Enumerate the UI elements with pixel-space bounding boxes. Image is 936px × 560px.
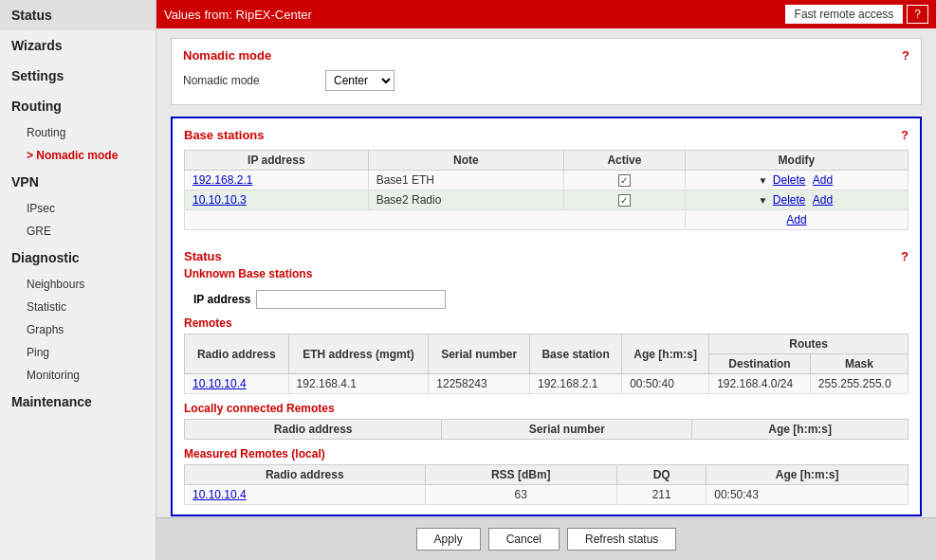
bs-ip[interactable]: 10.10.10.3 bbox=[185, 190, 369, 210]
sidebar-item-routing-sub[interactable]: Routing bbox=[0, 121, 156, 144]
col-mr-dq: DQ bbox=[617, 465, 707, 485]
base-stations-table: IP address Note Active Modify 192.168.2.… bbox=[184, 150, 908, 230]
remotes-label: Remotes bbox=[184, 316, 908, 330]
topbar-title: Values from: RipEX-Center bbox=[164, 8, 312, 22]
bs-modify: ▼ Delete Add bbox=[685, 171, 908, 190]
content-area: Nomadic mode ? Nomadic mode Center Remot… bbox=[156, 28, 936, 517]
apply-button[interactable]: Apply bbox=[416, 528, 481, 551]
col-lc-radio: Radio address bbox=[185, 420, 442, 440]
active-checkbox[interactable]: ✓ bbox=[618, 194, 631, 207]
delete-link[interactable]: Delete bbox=[773, 173, 806, 187]
bs-note: Base2 Radio bbox=[368, 190, 563, 210]
sidebar-item-status[interactable]: Status bbox=[0, 0, 156, 30]
bottom-bar: Apply Cancel Refresh status bbox=[156, 517, 936, 560]
topbar-help-button[interactable]: ? bbox=[907, 5, 928, 24]
refresh-status-button[interactable]: Refresh status bbox=[567, 528, 676, 551]
sidebar-item-statistic[interactable]: Statistic bbox=[0, 296, 156, 318]
col-eth-address: ETH address (mgmt) bbox=[288, 334, 429, 374]
col-age: Age [h:m:s] bbox=[622, 334, 709, 374]
topbar-actions: Fast remote access ? bbox=[785, 5, 928, 24]
col-lc-serial: Serial number bbox=[442, 420, 692, 440]
sidebar: Status Wizards Settings Routing Routing … bbox=[0, 0, 156, 560]
col-ip-address: IP address bbox=[185, 151, 369, 171]
nomadic-mode-select[interactable]: Center Remote bbox=[325, 70, 395, 91]
rem-eth: 192.168.4.1 bbox=[288, 374, 429, 394]
measured-remotes-table: Radio address RSS [dBm] DQ Age [h:m:s] 1… bbox=[184, 464, 908, 505]
rem-dest: 192.168.4.0/24 bbox=[709, 374, 811, 394]
nomadic-mode-row: Nomadic mode Center Remote bbox=[183, 70, 909, 91]
sidebar-item-nomadic-mode[interactable]: Nomadic mode bbox=[0, 144, 156, 167]
col-modify: Modify bbox=[685, 151, 908, 171]
unknown-base-stations-label: Unknown Base stations bbox=[184, 267, 312, 280]
topbar: Values from: RipEX-Center Fast remote ac… bbox=[156, 0, 936, 28]
sidebar-item-settings[interactable]: Settings bbox=[0, 61, 156, 91]
nomadic-mode-title-text: Nomadic mode bbox=[183, 48, 271, 63]
status-sub-title-text: Status bbox=[184, 249, 222, 263]
unknown-base-stations-row: Unknown Base stations bbox=[184, 267, 908, 284]
rem-serial: 12258243 bbox=[429, 374, 530, 394]
sidebar-item-ipsec[interactable]: IPsec bbox=[0, 197, 156, 220]
fast-remote-access-button[interactable]: Fast remote access bbox=[785, 5, 904, 24]
base-stations-section: Base stations ? IP address Note Active M… bbox=[184, 128, 908, 230]
sidebar-item-routing[interactable]: Routing bbox=[0, 91, 156, 121]
table-row: 10.10.10.3 Base2 Radio ✓ ▼ Delete Add bbox=[185, 190, 908, 210]
unknown-ip-input[interactable] bbox=[256, 290, 446, 309]
sidebar-item-diagnostic[interactable]: Diagnostic bbox=[0, 243, 156, 273]
bs-active[interactable]: ✓ bbox=[564, 171, 686, 190]
locally-connected-label: Locally connected Remotes bbox=[184, 402, 908, 415]
bs-modify: ▼ Delete Add bbox=[685, 190, 908, 210]
cancel-button[interactable]: Cancel bbox=[488, 528, 560, 551]
add-link[interactable]: Add bbox=[813, 193, 833, 207]
col-note: Note bbox=[368, 151, 563, 171]
base-stations-title-text: Base stations bbox=[184, 128, 265, 142]
col-mr-radio: Radio address bbox=[185, 465, 426, 485]
nomadic-mode-section: Nomadic mode ? Nomadic mode Center Remot… bbox=[171, 38, 922, 105]
sidebar-item-maintenance[interactable]: Maintenance bbox=[0, 387, 156, 417]
table-row: Add bbox=[185, 210, 908, 230]
sidebar-item-neighbours[interactable]: Neighbours bbox=[0, 273, 156, 296]
sidebar-item-vpn[interactable]: VPN bbox=[0, 167, 156, 197]
col-destination: Destination bbox=[709, 354, 811, 374]
main-panel: Values from: RipEX-Center Fast remote ac… bbox=[156, 0, 936, 560]
status-sub-title: Status ? bbox=[184, 249, 908, 263]
unknown-ip-label: IP address bbox=[193, 293, 250, 306]
add-only-link[interactable]: Add bbox=[786, 213, 806, 226]
rem-radio[interactable]: 10.10.10.4 bbox=[185, 374, 289, 394]
sidebar-item-monitoring[interactable]: Monitoring bbox=[0, 364, 156, 387]
bs-active[interactable]: ✓ bbox=[564, 190, 686, 210]
col-mask: Mask bbox=[810, 354, 908, 374]
nomadic-mode-label: Nomadic mode bbox=[183, 74, 316, 87]
sidebar-item-ping[interactable]: Ping bbox=[0, 341, 156, 364]
nomadic-mode-help-icon[interactable]: ? bbox=[902, 48, 909, 63]
sidebar-item-graphs[interactable]: Graphs bbox=[0, 318, 156, 341]
remotes-table: Radio address ETH address (mgmt) Serial … bbox=[184, 334, 908, 394]
sidebar-item-wizards[interactable]: Wizards bbox=[0, 30, 156, 61]
locally-connected-table: Radio address Serial number Age [h:m:s] bbox=[184, 419, 908, 440]
add-link[interactable]: Add bbox=[813, 173, 833, 187]
status-help-icon[interactable]: ? bbox=[901, 249, 908, 263]
table-row: 10.10.10.4 192.168.4.1 12258243 192.168.… bbox=[185, 374, 908, 394]
col-serial-number: Serial number bbox=[429, 334, 530, 374]
measured-remotes-label: Measured Remotes (local) bbox=[184, 447, 908, 461]
table-row: 10.10.10.4 63 211 00:50:43 bbox=[185, 485, 908, 505]
base-stations-help-icon[interactable]: ? bbox=[901, 128, 908, 142]
active-checkbox[interactable]: ✓ bbox=[618, 174, 631, 187]
col-mr-rss: RSS [dBm] bbox=[425, 465, 617, 485]
col-base-station: Base station bbox=[530, 334, 622, 374]
mr-radio[interactable]: 10.10.10.4 bbox=[185, 485, 426, 505]
bs-ip[interactable]: 192.168.2.1 bbox=[185, 171, 369, 190]
delete-link[interactable]: Delete bbox=[773, 193, 806, 207]
blue-content-box: Base stations ? IP address Note Active M… bbox=[171, 117, 922, 516]
nomadic-mode-title: Nomadic mode ? bbox=[183, 48, 909, 63]
col-routes: Routes bbox=[709, 334, 908, 354]
mr-rss: 63 bbox=[425, 485, 617, 505]
rem-base: 192.168.2.1 bbox=[530, 374, 622, 394]
rem-age: 00:50:40 bbox=[622, 374, 709, 394]
status-sub-section: Status ? Unknown Base stations IP addres… bbox=[184, 249, 908, 505]
sidebar-item-gre[interactable]: GRE bbox=[0, 220, 156, 243]
base-stations-title: Base stations ? bbox=[184, 128, 908, 142]
rem-mask: 255.255.255.0 bbox=[810, 374, 908, 394]
col-active: Active bbox=[564, 151, 686, 171]
mr-dq: 211 bbox=[617, 485, 707, 505]
bs-note: Base1 ETH bbox=[368, 171, 563, 190]
